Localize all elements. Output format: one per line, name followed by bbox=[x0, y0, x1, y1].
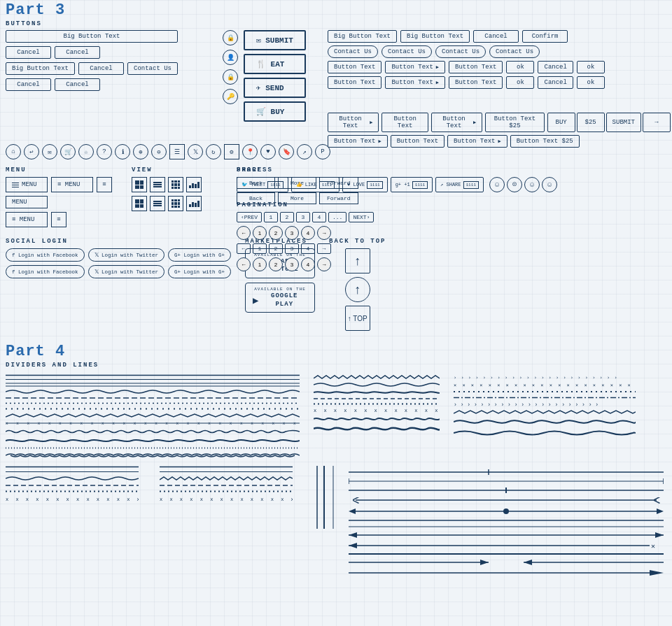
plus-icon[interactable]: ⊕ bbox=[133, 144, 148, 159]
btn-text-r3[interactable]: Button Text bbox=[449, 61, 503, 73]
ok-btn-1[interactable]: ok bbox=[506, 61, 534, 73]
backtotop-btn-2[interactable]: ↑ bbox=[345, 277, 370, 302]
cancel-sm-2[interactable]: Cancel bbox=[538, 76, 573, 89]
grid-btn-1[interactable] bbox=[132, 177, 147, 192]
tweet-btn[interactable]: 🐦 TWEET 1111 bbox=[237, 177, 288, 192]
ok-btn-2[interactable]: ok bbox=[577, 61, 605, 73]
grid3-btn-1[interactable] bbox=[168, 177, 183, 192]
buy-small[interactable]: BUY bbox=[547, 113, 575, 132]
contact-r4[interactable]: Contact Us bbox=[489, 45, 540, 58]
list-btn-2[interactable] bbox=[150, 196, 165, 211]
page-1b[interactable]: 1 bbox=[253, 226, 267, 240]
menu-icon-sq2[interactable]: ≡ bbox=[51, 212, 66, 227]
refresh-icon[interactable]: ↻ bbox=[206, 144, 221, 159]
left-arr-2[interactable]: ← bbox=[237, 243, 251, 254]
twitter-icon[interactable]: 𝕏 bbox=[188, 144, 203, 159]
gplus-login-btn-2[interactable]: G+ Login with G+ bbox=[168, 265, 231, 278]
next-btn[interactable]: NEXT› bbox=[349, 212, 374, 222]
home-icon[interactable]: ⌂ bbox=[6, 144, 21, 159]
left-arr-3[interactable]: ← bbox=[237, 257, 251, 271]
btn-plain-2[interactable]: Button Text bbox=[391, 135, 444, 148]
btn-arrow-1[interactable]: Button Text bbox=[328, 113, 379, 132]
page-2b[interactable]: 2 bbox=[269, 226, 283, 240]
cancel-sm-1[interactable]: Cancel bbox=[538, 61, 573, 73]
minus-icon[interactable]: ⊖ bbox=[151, 144, 167, 159]
menu-icon-sq[interactable]: ≡ bbox=[97, 177, 112, 192]
big-btn-1[interactable]: Big Button Text bbox=[6, 30, 178, 43]
cancel-btn-1[interactable]: Cancel bbox=[6, 46, 51, 59]
share-icon-sm[interactable]: ↗ bbox=[297, 144, 312, 159]
grid3-btn-2[interactable] bbox=[168, 196, 183, 211]
page-1d[interactable]: 1 bbox=[253, 257, 267, 271]
right-arr-3[interactable]: → bbox=[317, 257, 331, 271]
like-btn[interactable]: 👍 LIKE 1111 bbox=[291, 177, 340, 192]
lock-icon-1[interactable]: 🔒 bbox=[223, 30, 238, 45]
page-1a[interactable]: 1 bbox=[264, 212, 278, 222]
big-btn-r1[interactable]: Big Button Text bbox=[328, 30, 397, 43]
contact-btn-1[interactable]: Contact Us bbox=[127, 62, 178, 75]
cart-icon[interactable]: 🛒 bbox=[60, 144, 76, 159]
submit-btn[interactable]: ✉ SUBMIT bbox=[244, 30, 306, 50]
page-2a[interactable]: 2 bbox=[280, 212, 294, 222]
left-arr-1[interactable]: ← bbox=[237, 226, 251, 240]
big-btn-2[interactable]: Big Button Text bbox=[6, 62, 75, 75]
btn-arrow-2[interactable]: Button Text bbox=[431, 113, 482, 132]
ellipsis-btn[interactable]: ... bbox=[328, 212, 346, 222]
person-icon-1[interactable]: 👤 bbox=[223, 50, 238, 65]
menu-btn-1[interactable]: MENU bbox=[6, 177, 48, 192]
cancel-btn-r1[interactable]: Cancel bbox=[473, 30, 519, 43]
share-btn-social[interactable]: ↗ SHARE 1111 bbox=[435, 177, 484, 192]
btn-arrow-3[interactable]: Button Text bbox=[328, 135, 388, 148]
bookmark-icon[interactable]: 🔖 bbox=[279, 144, 294, 159]
lock-icon-2[interactable]: 🔒 bbox=[223, 69, 238, 85]
btn-plain-1[interactable]: Button Text bbox=[382, 113, 428, 132]
bars-btn-1[interactable] bbox=[186, 177, 202, 192]
confirm-btn-1[interactable]: Confirm bbox=[522, 30, 568, 43]
page-4a[interactable]: 4 bbox=[312, 212, 326, 222]
info-icon[interactable]: ℹ bbox=[115, 144, 130, 159]
price-25[interactable]: $25 bbox=[577, 113, 605, 132]
mail-icon[interactable]: ✉ bbox=[42, 144, 57, 159]
cancel-btn-2[interactable]: Cancel bbox=[55, 46, 100, 59]
twitter-btn-1[interactable]: 𝕏 Login with Twitter bbox=[88, 248, 165, 262]
facebook-btn-2[interactable]: f Login with Facebook bbox=[6, 265, 85, 278]
ok-btn-3[interactable]: ok bbox=[506, 76, 534, 89]
page-4d[interactable]: 4 bbox=[301, 257, 315, 271]
btn-text-r6[interactable]: Button Text bbox=[449, 76, 503, 89]
menu-btn-2[interactable]: ≡ MENU bbox=[51, 177, 93, 192]
page-3c[interactable]: 3 bbox=[285, 243, 299, 254]
gplus-login-btn-1[interactable]: G+ Login with G+ bbox=[168, 248, 231, 262]
heart-icon[interactable]: ♥ bbox=[260, 144, 276, 159]
key-icon-1[interactable]: 🔑 bbox=[223, 89, 238, 104]
btn-arrow-4[interactable]: Button Text bbox=[447, 135, 507, 148]
right-arr-2[interactable]: → bbox=[317, 243, 331, 254]
cancel-btn-4[interactable]: Cancel bbox=[6, 78, 51, 91]
question-icon[interactable]: ? bbox=[97, 144, 112, 159]
menu-icon[interactable]: ☰ bbox=[169, 144, 185, 159]
twitter-btn-2[interactable]: 𝕏 Login with Twitter bbox=[88, 265, 165, 278]
page-1c[interactable]: 1 bbox=[253, 243, 267, 254]
page-2d[interactable]: 2 bbox=[269, 257, 283, 271]
btn-text-r5[interactable]: Button Text bbox=[385, 76, 445, 89]
ok-btn-4[interactable]: ok bbox=[577, 76, 605, 89]
submit-small[interactable]: SUBMIT bbox=[606, 113, 641, 132]
contact-r2[interactable]: Contact Us bbox=[382, 45, 432, 58]
page-3a[interactable]: 3 bbox=[296, 212, 310, 222]
btn-price-1[interactable]: Button Text $25 bbox=[485, 113, 544, 132]
send-btn[interactable]: ✈ SEND bbox=[244, 78, 306, 98]
page-3d[interactable]: 3 bbox=[285, 257, 299, 271]
menu-btn-4[interactable]: ≡ MENU bbox=[6, 212, 48, 227]
settings-icon[interactable]: ⚙ bbox=[224, 144, 239, 159]
right-arr-1[interactable]: → bbox=[317, 226, 331, 240]
page-4c[interactable]: 4 bbox=[301, 243, 315, 254]
cancel-btn-3[interactable]: Cancel bbox=[78, 62, 124, 75]
contact-r1[interactable]: Contact Us bbox=[328, 45, 378, 58]
btn-text-r4[interactable]: Button Text bbox=[328, 76, 382, 89]
big-btn-r2[interactable]: Big Button Text bbox=[400, 30, 470, 43]
arrow-small[interactable]: → bbox=[643, 113, 671, 132]
menu-btn-3[interactable]: MENU bbox=[6, 196, 48, 208]
list-btn-1[interactable] bbox=[150, 177, 165, 192]
love-btn[interactable]: ♥ LOVE 1111 bbox=[342, 177, 388, 192]
btn-text-r1[interactable]: Button Text bbox=[328, 61, 382, 73]
prev-btn[interactable]: ‹PREV bbox=[237, 212, 262, 222]
